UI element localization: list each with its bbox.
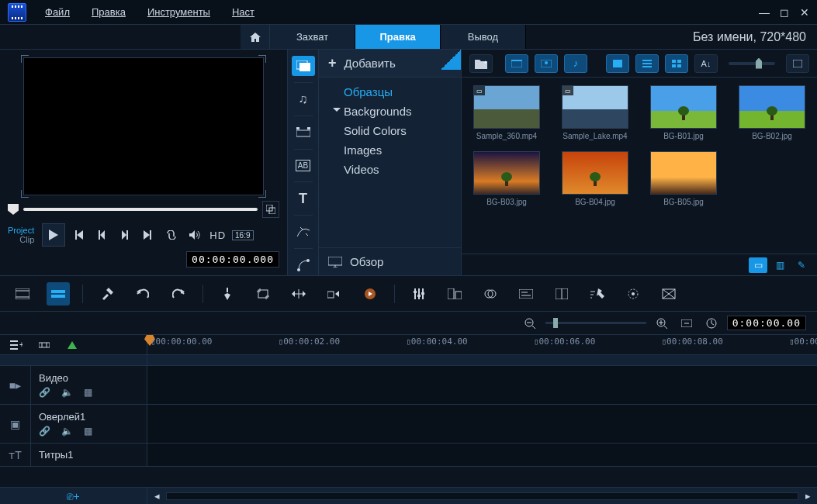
ripple-button[interactable] bbox=[64, 337, 81, 353]
ducking-button[interactable] bbox=[443, 282, 466, 306]
footer-view-b[interactable]: ▥ bbox=[770, 257, 789, 273]
view-grid-button[interactable] bbox=[665, 54, 688, 73]
mode-tab-вывод[interactable]: Вывод bbox=[441, 25, 526, 49]
redo-button[interactable] bbox=[167, 282, 190, 306]
snapping-button[interactable] bbox=[36, 337, 53, 353]
subtitle-button[interactable] bbox=[514, 282, 538, 306]
view-thumb-button[interactable] bbox=[606, 54, 629, 73]
preview-monitor[interactable] bbox=[23, 57, 264, 195]
marker-button[interactable] bbox=[251, 282, 275, 306]
preview-timecode[interactable]: 00:00:00.000 bbox=[186, 251, 279, 268]
track-lane[interactable] bbox=[147, 405, 817, 443]
footer-edit[interactable]: ✎ bbox=[792, 257, 811, 273]
pin-icon[interactable] bbox=[441, 50, 461, 70]
tree-item[interactable]: Backgrounds bbox=[333, 102, 453, 121]
link-icon[interactable]: 🔗 bbox=[39, 426, 50, 437]
seek-track[interactable] bbox=[23, 208, 258, 211]
goto-end-button[interactable] bbox=[140, 226, 157, 243]
media-clip[interactable]: BG-B04.jpg bbox=[558, 151, 632, 206]
libtab-fx[interactable] bbox=[292, 222, 315, 242]
mute-icon[interactable]: 🔈 bbox=[61, 426, 73, 437]
next-frame-button[interactable] bbox=[116, 226, 133, 243]
link-icon[interactable]: 🔗 bbox=[39, 387, 50, 398]
multicam-button[interactable] bbox=[657, 282, 680, 306]
mixer-button[interactable] bbox=[407, 282, 431, 306]
track-options-button[interactable]: + bbox=[8, 337, 25, 353]
window-maximize-button[interactable]: ◻ bbox=[777, 5, 792, 20]
media-clip[interactable]: BG-B03.jpg bbox=[469, 151, 544, 206]
timeline-scrollbar[interactable] bbox=[166, 492, 798, 500]
zoom-in-button[interactable] bbox=[653, 314, 671, 333]
mode-tab-правка[interactable]: Правка bbox=[355, 25, 441, 49]
scroll-left-button[interactable]: ◂ bbox=[151, 491, 163, 502]
menu-файл[interactable]: Файл bbox=[34, 2, 81, 22]
libtab-transition[interactable] bbox=[292, 123, 315, 143]
media-clip[interactable]: BG-B02.jpg bbox=[735, 85, 809, 140]
motion-button[interactable] bbox=[586, 282, 609, 306]
time-button[interactable] bbox=[702, 314, 721, 333]
track-header[interactable]: Оверлей1🔗🔈▩ bbox=[31, 405, 147, 443]
libtab-title[interactable]: AB bbox=[292, 155, 315, 175]
fx-slot-icon[interactable]: ▩ bbox=[84, 387, 92, 398]
thumb-zoom-slider[interactable] bbox=[729, 62, 775, 65]
undo-button[interactable] bbox=[131, 282, 154, 306]
split-button[interactable] bbox=[550, 282, 573, 306]
mute-icon[interactable]: 🔈 bbox=[61, 387, 73, 398]
track-lane[interactable] bbox=[147, 366, 817, 404]
libtab-audio[interactable]: ♫ bbox=[292, 89, 315, 109]
track-motion-button[interactable] bbox=[621, 282, 645, 306]
render-button[interactable] bbox=[358, 282, 382, 306]
stretch-button[interactable] bbox=[287, 282, 310, 306]
window-close-button[interactable]: ✕ bbox=[797, 5, 812, 20]
menu-правка[interactable]: Правка bbox=[81, 2, 137, 22]
home-button[interactable] bbox=[241, 25, 270, 49]
tools-button[interactable] bbox=[95, 282, 119, 306]
timeline-mode-button[interactable] bbox=[47, 282, 70, 306]
sort-button[interactable]: A↓ bbox=[694, 54, 718, 73]
fx-slot-icon[interactable]: ▩ bbox=[84, 426, 92, 437]
view-list-button[interactable] bbox=[635, 54, 659, 73]
record-button[interactable] bbox=[216, 282, 239, 306]
seek-handle[interactable] bbox=[8, 204, 19, 215]
loop-button[interactable] bbox=[163, 226, 180, 243]
zoom-out-button[interactable] bbox=[521, 314, 539, 333]
goto-start-button[interactable] bbox=[70, 226, 87, 243]
enlarge-preview-button[interactable] bbox=[262, 201, 279, 218]
fit-timeline-button[interactable] bbox=[677, 314, 696, 333]
insert-button[interactable] bbox=[323, 282, 346, 306]
browse-button[interactable]: Обзор bbox=[319, 247, 461, 275]
filter-video-button[interactable] bbox=[505, 54, 528, 73]
timeline-ruler[interactable]: ▯00:00:00.00▯00:00:02.00▯00:00:04.00▯00:… bbox=[147, 335, 817, 354]
play-button[interactable] bbox=[42, 223, 65, 247]
track-lane[interactable] bbox=[147, 444, 817, 466]
media-clip[interactable]: BG-B05.jpg bbox=[646, 151, 721, 206]
preview-mode-labels[interactable]: Project Clip bbox=[8, 226, 37, 244]
media-clip[interactable]: ▭Sample_Lake.mp4 bbox=[558, 85, 632, 140]
storyboard-mode-button[interactable] bbox=[11, 282, 34, 306]
add-media-button[interactable]: + Добавить bbox=[319, 50, 461, 78]
libtab-path[interactable] bbox=[292, 255, 315, 275]
footer-view-a[interactable]: ▭ bbox=[749, 257, 767, 273]
libtab-text[interactable]: T bbox=[292, 188, 315, 209]
timeline-zoom-slider[interactable] bbox=[545, 322, 646, 324]
menu-наст[interactable]: Наст bbox=[221, 2, 265, 22]
expand-browser-button[interactable] bbox=[786, 54, 809, 73]
track-header[interactable]: Титры1 bbox=[31, 444, 147, 466]
mode-tab-захват[interactable]: Захват bbox=[270, 25, 355, 49]
hd-toggle[interactable]: HD bbox=[209, 230, 226, 241]
import-folder-button[interactable]: + bbox=[469, 54, 493, 73]
tree-item[interactable]: Videos bbox=[333, 160, 453, 179]
add-track-button[interactable]: ⎚+ bbox=[67, 490, 79, 502]
media-clip[interactable]: BG-B01.jpg bbox=[646, 85, 721, 140]
tree-item[interactable]: Images bbox=[333, 140, 453, 160]
tree-item[interactable]: Образцы bbox=[333, 82, 453, 102]
aspect-toggle[interactable]: 16:9 bbox=[232, 230, 253, 240]
volume-button[interactable] bbox=[186, 226, 203, 243]
timeline-timecode[interactable]: 0:00:00.00 bbox=[727, 316, 806, 330]
filter-audio-button[interactable]: ♪ bbox=[564, 54, 587, 73]
overlay-button[interactable] bbox=[479, 282, 502, 306]
prev-frame-button[interactable] bbox=[93, 226, 110, 243]
scroll-right-button[interactable]: ▸ bbox=[801, 491, 814, 502]
filter-image-button[interactable] bbox=[535, 54, 558, 73]
libtab-media[interactable] bbox=[292, 56, 315, 76]
